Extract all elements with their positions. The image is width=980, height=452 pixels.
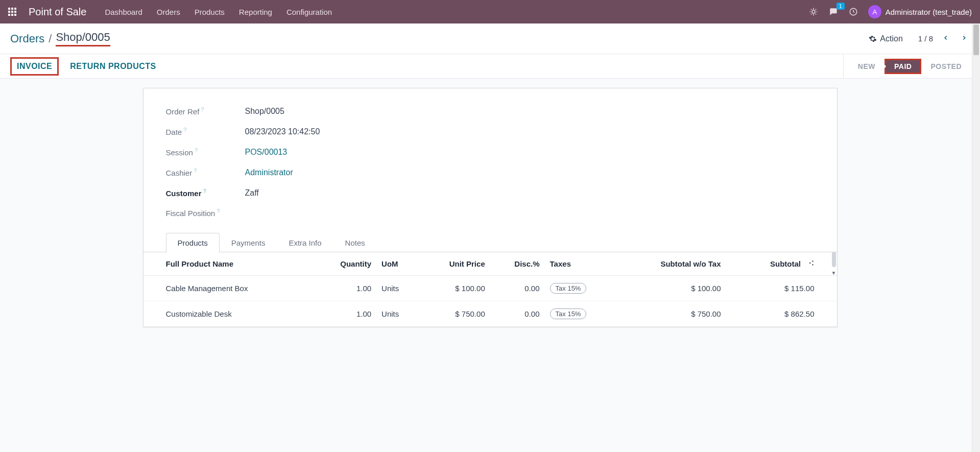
th-subtotal[interactable]: Subtotal — [726, 252, 837, 276]
th-disc[interactable]: Disc.% — [490, 252, 545, 276]
pager-next[interactable] — [959, 31, 970, 46]
scrollbar-thumb[interactable] — [973, 25, 979, 55]
clock-icon[interactable] — [849, 7, 858, 16]
cell-uom: Units — [376, 276, 419, 301]
return-products-button[interactable]: RETURN PRODUCTS — [67, 58, 159, 75]
bug-icon[interactable] — [809, 7, 818, 16]
nav-menu: Dashboard Orders Products Reporting Conf… — [105, 8, 332, 16]
cell-subtotal: $ 862.50 — [726, 301, 837, 327]
invoice-button[interactable]: INVOICE — [10, 57, 59, 76]
inner-scrollbar[interactable] — [832, 252, 836, 267]
th-subtotal-wo[interactable]: Subtotal w/o Tax — [617, 252, 726, 276]
form-fields: Order Ref? Shop/0005 Date? 08/23/2023 10… — [166, 107, 523, 218]
tab-extra-info[interactable]: Extra Info — [277, 233, 333, 252]
control-bar: Orders / Shop/0005 Action 1 / 8 — [0, 23, 980, 54]
th-uom[interactable]: UoM — [376, 252, 419, 276]
label-fiscal: Fiscal Position? — [166, 209, 245, 218]
username: Administrator (test_trade) — [886, 8, 972, 16]
apps-icon[interactable] — [8, 8, 16, 16]
label-order-ref: Order Ref? — [166, 107, 245, 116]
status-paid[interactable]: PAID — [885, 59, 921, 74]
tab-products[interactable]: Products — [166, 233, 220, 252]
form-sheet: Order Ref? Shop/0005 Date? 08/23/2023 10… — [143, 88, 838, 327]
table-row[interactable]: Cable Management Box 1.00 Units $ 100.00… — [144, 276, 837, 301]
action-label: Action — [880, 34, 902, 43]
label-cashier: Cashier? — [166, 169, 245, 177]
gear-icon — [869, 35, 877, 43]
tax-pill: Tax 15% — [550, 308, 587, 319]
cell-unit-price: $ 100.00 — [419, 276, 490, 301]
pager-prev[interactable] — [940, 31, 951, 46]
cell-disc: 0.00 — [490, 276, 545, 301]
breadcrumb-parent[interactable]: Orders — [10, 32, 44, 45]
breadcrumb-sep: / — [49, 32, 52, 45]
th-taxes[interactable]: Taxes — [545, 252, 617, 276]
cell-tax: Tax 15% — [545, 276, 617, 301]
label-session: Session? — [166, 148, 245, 157]
cell-disc: 0.00 — [490, 301, 545, 327]
nav-products[interactable]: Products — [195, 8, 225, 16]
table-row[interactable]: Customizable Desk 1.00 Units $ 750.00 0.… — [144, 301, 837, 327]
brand-title[interactable]: Point of Sale — [29, 6, 86, 18]
tax-pill: Tax 15% — [550, 283, 587, 294]
tab-notes[interactable]: Notes — [333, 233, 377, 252]
nav-dashboard[interactable]: Dashboard — [105, 8, 142, 16]
value-customer[interactable]: Zaff — [245, 188, 523, 198]
breadcrumb-current: Shop/0005 — [56, 31, 110, 46]
chevron-left-icon — [942, 34, 949, 41]
inner-scroll-down-icon[interactable]: ▼ — [831, 270, 836, 276]
status-bar: NEW PAID POSTED — [843, 54, 980, 78]
cell-qty: 1.00 — [313, 276, 376, 301]
breadcrumb: Orders / Shop/0005 — [10, 31, 110, 46]
user-menu[interactable]: A Administrator (test_trade) — [868, 5, 972, 18]
tab-payments[interactable]: Payments — [220, 233, 277, 252]
cell-unit-price: $ 750.00 — [419, 301, 490, 327]
status-posted[interactable]: POSTED — [921, 54, 971, 78]
cell-uom: Units — [376, 301, 419, 327]
action-button[interactable]: Action — [869, 34, 902, 43]
th-name[interactable]: Full Product Name — [144, 252, 313, 276]
value-order-ref: Shop/0005 — [245, 107, 523, 116]
columns-config-icon[interactable] — [807, 259, 815, 268]
top-nav: Point of Sale Dashboard Orders Products … — [0, 0, 980, 23]
content-wrap: Order Ref? Shop/0005 Date? 08/23/2023 10… — [0, 79, 980, 337]
nav-orders[interactable]: Orders — [157, 8, 180, 16]
cell-subtotal: $ 115.00 — [726, 276, 837, 301]
value-cashier[interactable]: Administrator — [245, 168, 523, 177]
svg-point-0 — [812, 10, 815, 13]
products-table-wrap: Full Product Name Quantity UoM Unit Pric… — [144, 252, 837, 327]
messages-badge: 1 — [836, 3, 845, 10]
th-unit-price[interactable]: Unit Price — [419, 252, 490, 276]
tabs: Products Payments Extra Info Notes — [144, 233, 837, 252]
page-scrollbar[interactable] — [972, 23, 980, 337]
value-date: 08/23/2023 10:42:50 — [245, 127, 523, 136]
status-row: INVOICE RETURN PRODUCTS NEW PAID POSTED — [0, 54, 980, 79]
label-customer: Customer? — [166, 189, 245, 198]
nav-configuration[interactable]: Configuration — [286, 8, 332, 16]
svg-point-2 — [812, 260, 813, 261]
label-date: Date? — [166, 128, 245, 136]
pager: 1 / 8 — [918, 31, 970, 46]
value-session[interactable]: POS/00013 — [245, 148, 523, 157]
cell-tax: Tax 15% — [545, 301, 617, 327]
nav-icons: 1 A Administrator (test_trade) — [809, 5, 972, 18]
cell-name: Customizable Desk — [144, 301, 313, 327]
products-table: Full Product Name Quantity UoM Unit Pric… — [144, 252, 837, 327]
th-qty[interactable]: Quantity — [313, 252, 376, 276]
avatar: A — [868, 5, 881, 18]
cell-name: Cable Management Box — [144, 276, 313, 301]
cell-subtotal-wo: $ 750.00 — [617, 301, 726, 327]
nav-reporting[interactable]: Reporting — [239, 8, 272, 16]
chevron-right-icon — [961, 34, 968, 41]
messages-icon[interactable]: 1 — [828, 7, 839, 17]
svg-point-3 — [809, 263, 810, 264]
svg-point-4 — [812, 264, 813, 265]
pager-text: 1 / 8 — [918, 34, 933, 43]
cell-qty: 1.00 — [313, 301, 376, 327]
cell-subtotal-wo: $ 100.00 — [617, 276, 726, 301]
